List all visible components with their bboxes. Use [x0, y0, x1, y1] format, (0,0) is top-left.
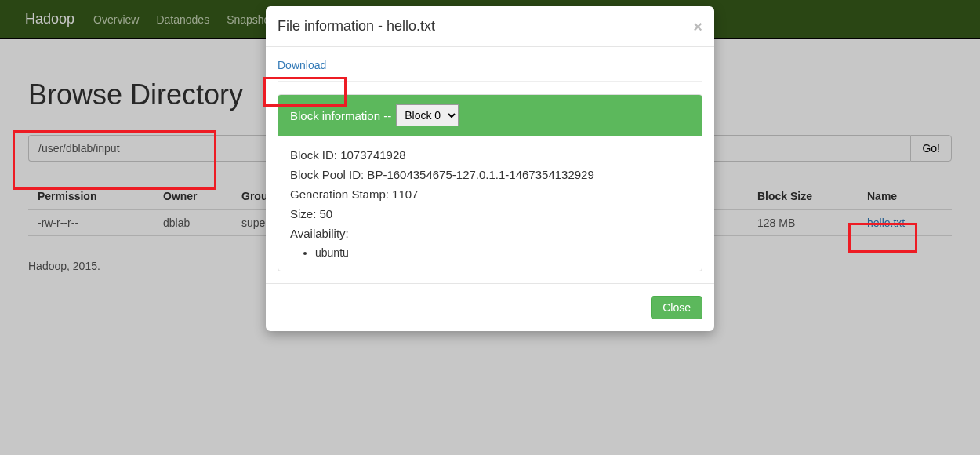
download-link[interactable]: Download	[278, 59, 326, 71]
block-id-line: Block ID: 1073741928	[290, 148, 690, 162]
availability-list: ubuntu	[290, 246, 690, 259]
gen-stamp-line: Generation Stamp: 1107	[290, 187, 690, 201]
modal-body: Download Block information -- Block 0 Bl…	[266, 47, 714, 283]
close-icon[interactable]: ×	[693, 19, 702, 35]
size-line: Size: 50	[290, 207, 690, 220]
block-select[interactable]: Block 0	[396, 104, 459, 126]
divider	[278, 81, 702, 82]
modal-title: File information - hello.txt	[278, 18, 435, 35]
block-pool-id-line: Block Pool ID: BP-1604354675-127.0.1.1-1…	[290, 168, 690, 181]
file-info-modal: File information - hello.txt × Download …	[266, 6, 714, 331]
modal-footer: Close	[266, 283, 714, 331]
block-info-label: Block information --	[290, 109, 391, 122]
block-panel-heading: Block information -- Block 0	[278, 95, 702, 136]
close-button[interactable]: Close	[651, 296, 702, 319]
block-panel-body: Block ID: 1073741928 Block Pool ID: BP-1…	[278, 136, 702, 271]
availability-item: ubuntu	[315, 246, 690, 259]
block-panel: Block information -- Block 0 Block ID: 1…	[278, 94, 702, 271]
modal-header: File information - hello.txt ×	[266, 6, 714, 47]
availability-label: Availability:	[290, 227, 690, 240]
